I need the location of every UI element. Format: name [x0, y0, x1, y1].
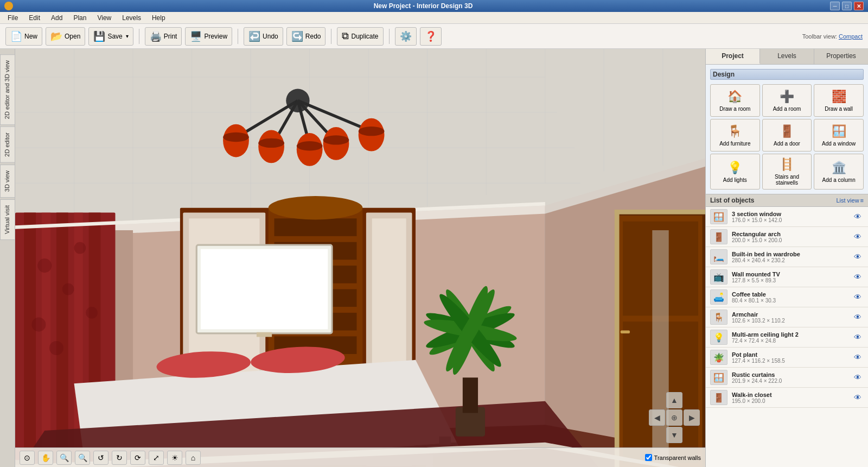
menu-item-help[interactable]: Help: [146, 13, 171, 23]
tab-properties[interactable]: Properties: [814, 49, 868, 64]
new-button[interactable]: 📄 New: [5, 27, 42, 46]
list-item[interactable]: 🚪 Rectangular arch 200.0 × 15.0 × 200.0 …: [706, 227, 868, 247]
object-visibility-0[interactable]: 👁: [852, 211, 864, 222]
zoom-in-button[interactable]: 🔍: [75, 451, 90, 465]
object-name-7: Pot plant: [732, 351, 847, 358]
object-visibility-1[interactable]: 👁: [852, 231, 864, 242]
undo-button[interactable]: ↩️ Undo: [244, 27, 283, 46]
redo-button[interactable]: ↪️ Redo: [286, 27, 326, 46]
nav-down-button[interactable]: ▼: [666, 427, 682, 443]
tab-levels[interactable]: Levels: [760, 49, 814, 64]
draw-wall-label: Draw a wall: [825, 106, 853, 112]
add-window-icon: 🪟: [832, 124, 846, 138]
light-button[interactable]: ☀: [167, 451, 182, 465]
objects-list[interactable]: 🪟 3 section window 176.0 × 15.0 × 142.0 …: [706, 207, 868, 467]
duplicate-button[interactable]: ⧉ Duplicate: [337, 27, 383, 46]
app-icon: [4, 2, 13, 10]
object-dims-6: 72.4 × 72.4 × 24.8: [732, 338, 847, 344]
menu-item-file[interactable]: File: [2, 13, 23, 23]
nav-up-button[interactable]: ▲: [666, 392, 682, 408]
svg-point-33: [86, 307, 98, 319]
transparent-walls-checkbox[interactable]: [645, 454, 652, 461]
svg-point-93: [223, 132, 249, 142]
preview-button[interactable]: 🖥️ Preview: [185, 27, 232, 46]
pan-mode-button[interactable]: ⤢: [149, 451, 164, 465]
tab-2d-3d[interactable]: 2D editor and 3D view: [0, 54, 15, 125]
print-button[interactable]: 🖨️ Print: [145, 27, 182, 46]
minimize-button[interactable]: ─: [830, 2, 840, 10]
tab-3d[interactable]: 3D view: [0, 165, 15, 198]
object-dims-7: 127.4 × 116.2 × 158.5: [732, 358, 847, 364]
save-button[interactable]: 💾 Save ▾: [88, 27, 133, 46]
menu-item-levels[interactable]: Levels: [117, 13, 146, 23]
object-visibility-3[interactable]: 👁: [852, 272, 864, 282]
duplicate-icon: ⧉: [342, 30, 349, 42]
settings-button[interactable]: ⚙️: [395, 27, 417, 46]
object-icon-8: 🪟: [710, 370, 727, 385]
orbit-button[interactable]: ⟳: [130, 451, 145, 465]
nav-left-button[interactable]: ◀: [649, 409, 665, 426]
object-visibility-4[interactable]: 👁: [852, 292, 864, 302]
draw-room-icon: 🏠: [727, 90, 742, 104]
list-item[interactable]: 🪟 3 section window 176.0 × 15.0 × 142.0 …: [706, 207, 868, 227]
list-item[interactable]: 🛋️ Coffee table 80.4 × 80.1 × 30.3 👁: [706, 287, 868, 307]
tab-2d[interactable]: 2D editor: [0, 127, 15, 163]
save-dropdown-arrow[interactable]: ▾: [126, 33, 129, 39]
list-item[interactable]: 🚪 Walk-in closet 195.0 × 200.0 👁: [706, 388, 868, 408]
stairs-label: Stairs and stairwells: [765, 174, 809, 186]
menu-item-plan[interactable]: Plan: [68, 13, 92, 23]
nav-right-button[interactable]: ▶: [684, 409, 700, 426]
object-visibility-7[interactable]: 👁: [852, 352, 864, 363]
maximize-button[interactable]: □: [842, 2, 852, 10]
add-furniture-button[interactable]: 🪑 Add furniture: [710, 119, 760, 152]
help-icon: ❓: [425, 30, 437, 42]
object-visibility-2[interactable]: 👁: [852, 251, 864, 262]
list-item[interactable]: 🪑 Armchair 102.6 × 103.2 × 110.2 👁: [706, 307, 868, 327]
menu-item-edit[interactable]: Edit: [23, 13, 46, 23]
nav-center-button[interactable]: ⊕: [666, 409, 682, 426]
list-item[interactable]: 🪴 Pot plant 127.4 × 116.2 × 158.5 👁: [706, 348, 868, 368]
svg-rect-40: [275, 218, 357, 236]
object-visibility-6[interactable]: 👁: [852, 332, 864, 343]
svg-point-32: [49, 341, 63, 355]
transparent-walls-label[interactable]: Transparent walls: [654, 455, 701, 461]
close-button[interactable]: ✕: [854, 2, 864, 10]
side-tabs: 2D editor and 3D view 2D editor 3D view …: [0, 49, 15, 467]
rotate-right-button[interactable]: ↻: [112, 451, 127, 465]
object-icon-7: 🪴: [710, 350, 727, 365]
add-door-button[interactable]: 🚪 Add a door: [762, 119, 812, 152]
add-column-button[interactable]: 🏛️ Add a column: [814, 154, 864, 190]
list-view-button[interactable]: List view ≡: [836, 197, 864, 204]
object-visibility-9[interactable]: 👁: [852, 392, 864, 403]
menu-item-view[interactable]: View: [92, 13, 117, 23]
draw-room-button[interactable]: 🏠 Draw a room: [710, 84, 760, 117]
list-item[interactable]: 🛏️ Built-in bed in wardrobe 280.4 × 240.…: [706, 247, 868, 267]
add-window-button[interactable]: 🪟 Add a window: [814, 119, 864, 152]
svg-rect-52: [257, 332, 272, 337]
tab-project[interactable]: Project: [706, 49, 760, 64]
pan-button[interactable]: ✋: [38, 451, 53, 465]
360-view-button[interactable]: ⊙: [20, 451, 35, 465]
home-button[interactable]: ⌂: [186, 451, 201, 465]
object-visibility-8[interactable]: 👁: [852, 372, 864, 383]
zoom-out-button[interactable]: 🔍: [56, 451, 72, 465]
toolbar: 📄 New 📂 Open 💾 Save ▾ 🖨️ Print 🖥️ Previe…: [0, 24, 868, 49]
list-item[interactable]: 🪟 Rustic curtains 201.9 × 24.4 × 222.0 👁: [706, 368, 868, 388]
svg-rect-23: [24, 212, 36, 460]
object-name-6: Multi-arm ceiling light 2: [732, 331, 847, 338]
add-room-label: Add a room: [773, 106, 801, 112]
stairs-button[interactable]: 🪜 Stairs and stairwells: [762, 154, 812, 190]
add-lights-button[interactable]: 💡 Add lights: [710, 154, 760, 190]
toolbar-view-link[interactable]: Compact: [839, 33, 863, 40]
3d-viewport[interactable]: ▲ ◀ ⊕ ▶ ▼ ⊙ ✋ 🔍 🔍 ↺ ↻ ⟳ ⤢ ☀ ⌂ Transparen…: [15, 49, 705, 467]
menu-item-add[interactable]: Add: [46, 13, 68, 23]
open-button[interactable]: 📂 Open: [46, 27, 85, 46]
rotate-left-button[interactable]: ↺: [93, 451, 108, 465]
tab-virtual-visit[interactable]: Virtual visit: [0, 199, 15, 240]
help-button[interactable]: ❓: [420, 27, 442, 46]
list-item[interactable]: 💡 Multi-arm ceiling light 2 72.4 × 72.4 …: [706, 327, 868, 348]
list-item[interactable]: 📺 Wall mounted TV 127.8 × 5.5 × 89.3 👁: [706, 267, 868, 287]
object-visibility-5[interactable]: 👁: [852, 312, 864, 323]
add-room-button[interactable]: ➕ Add a room: [762, 84, 812, 117]
draw-wall-button[interactable]: 🧱 Draw a wall: [814, 84, 864, 117]
